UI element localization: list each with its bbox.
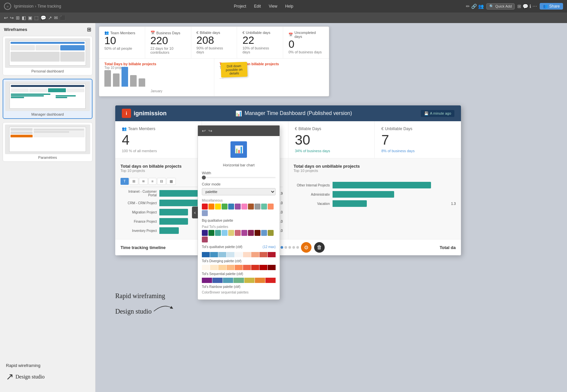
tq-9[interactable] xyxy=(255,230,260,236)
toolbar-frame-icon[interactable]: ▣ xyxy=(28,15,32,20)
redo-icon[interactable]: ↪ xyxy=(10,15,14,20)
ts-9[interactable] xyxy=(268,265,276,270)
tb-grid-btn[interactable]: ⊟ xyxy=(157,178,166,185)
td-1[interactable] xyxy=(202,252,210,257)
tq-7[interactable] xyxy=(241,230,247,236)
toolbar-comment-icon[interactable]: 💬 xyxy=(40,15,46,20)
palette-forward-btn[interactable]: ↪ xyxy=(208,128,212,133)
personal-sections: Total Days by billable projects Top 10 p… xyxy=(99,59,329,96)
swatch-salmon[interactable] xyxy=(268,204,274,210)
menu-edit[interactable]: Edit xyxy=(254,4,261,9)
menu-project[interactable]: Project xyxy=(234,4,246,9)
palette-back-btn[interactable]: ↩ xyxy=(202,128,206,133)
palette-collapse-btn[interactable]: ‹ xyxy=(192,207,198,218)
td-3[interactable] xyxy=(218,252,226,257)
tq-3[interactable] xyxy=(215,230,221,236)
td-8[interactable] xyxy=(259,252,267,257)
mw-stat-label-unbillable2: € Unbillable Days xyxy=(381,126,454,131)
td-6[interactable] xyxy=(243,252,251,257)
tq-6[interactable] xyxy=(235,230,241,236)
tr-6[interactable] xyxy=(255,278,265,283)
td-2[interactable] xyxy=(210,252,218,257)
tr-5[interactable] xyxy=(244,278,255,283)
tr-4[interactable] xyxy=(233,278,244,283)
toolbar-chat-icon[interactable]: ✉ xyxy=(54,15,58,20)
ts-4[interactable] xyxy=(227,265,234,270)
tq-2[interactable] xyxy=(208,230,214,236)
swatch-red[interactable] xyxy=(202,204,208,210)
width-slider-thumb[interactable] xyxy=(202,176,206,180)
drill-note: Drill down possible on details xyxy=(221,62,248,78)
toolbar-layers-icon[interactable]: ◧ xyxy=(22,15,26,20)
tq-11[interactable] xyxy=(268,230,274,236)
width-slider-track[interactable] xyxy=(202,177,276,178)
tq-4[interactable] xyxy=(222,230,228,236)
td-4[interactable] xyxy=(227,252,234,257)
tol-qualitative-label: Tol's qualitative palette (cbf) xyxy=(202,245,242,249)
tq-8[interactable] xyxy=(248,230,254,236)
tb-list-btn[interactable]: ≡ xyxy=(148,178,156,185)
ub-bar-track-1 xyxy=(333,182,456,188)
sidebar-item-manager-dashboard[interactable]: Manager dashboard xyxy=(3,79,93,119)
tq-12[interactable] xyxy=(202,237,208,242)
swatch-yellow[interactable] xyxy=(215,204,221,210)
toolbar-share2-icon[interactable]: ↗ xyxy=(48,15,52,20)
stat-team-members: 👥 Team Members 10 50% of all people xyxy=(99,27,145,58)
tb-table-btn[interactable]: ⊞ xyxy=(129,178,138,185)
share-button[interactable]: 👥 Share xyxy=(540,3,563,10)
ts-6[interactable] xyxy=(243,265,251,270)
app-logo[interactable]: ○ xyxy=(4,3,11,10)
stat-billable-days: € Billable days 208 90% of business days xyxy=(191,27,237,58)
ts-2[interactable] xyxy=(210,265,218,270)
mw-stat-value-unbillable2: 7 xyxy=(381,132,454,148)
tb-text-btn[interactable]: T xyxy=(121,178,129,185)
settings-button[interactable]: ⚙ xyxy=(301,242,311,253)
swatch-green[interactable] xyxy=(222,204,228,210)
delete-button[interactable]: 🗑 xyxy=(314,242,325,253)
tq-10[interactable] xyxy=(261,230,267,236)
ts-1[interactable] xyxy=(202,265,210,270)
swatch-pink[interactable] xyxy=(241,204,247,210)
mw-stat-value-team: 4 xyxy=(122,132,195,148)
colorbrewer-label: ColorBrewer sequential palettes xyxy=(202,291,276,294)
ts-3[interactable] xyxy=(218,265,226,270)
tb-bar-btn[interactable]: ▦ xyxy=(167,178,176,185)
td-5[interactable] xyxy=(235,252,243,257)
swatch-lavender[interactable] xyxy=(202,210,208,216)
swatch-blue[interactable] xyxy=(228,204,234,210)
stat-value-uncompleted: 0 xyxy=(288,39,324,50)
swatch-brown[interactable] xyxy=(248,204,254,210)
tb-wave-btn[interactable]: ≋ xyxy=(139,178,148,185)
width-label: Width xyxy=(202,171,276,175)
toolbar-grid-icon[interactable]: ⊞ xyxy=(16,15,20,20)
stat-sub-uncompleted: 0% of business days xyxy=(288,50,324,54)
swatch-teal[interactable] xyxy=(261,204,267,210)
sidebar-item-parametres[interactable]: Paramètres xyxy=(3,122,93,162)
tq-1[interactable] xyxy=(202,230,208,236)
ts-8[interactable] xyxy=(259,265,267,270)
tr-7[interactable] xyxy=(265,278,276,283)
td-9[interactable] xyxy=(268,252,276,257)
swatch-grey[interactable] xyxy=(255,204,260,210)
sidebar-item-personal-dashboard[interactable]: Personal dashboard xyxy=(3,36,93,75)
sidebar-view-icon[interactable]: ⊞ xyxy=(87,26,91,33)
chart-bar-icon: 📊 xyxy=(235,110,242,117)
undo-icon[interactable]: ↩ xyxy=(4,15,8,20)
tr-3[interactable] xyxy=(223,278,233,283)
swatch-purple[interactable] xyxy=(235,204,241,210)
stat-value-bdays: 220 xyxy=(150,35,186,46)
ub-bar-row-2: Administrativ xyxy=(294,191,456,198)
tq-5[interactable] xyxy=(228,230,234,236)
swatch-orange[interactable] xyxy=(208,204,214,210)
tr-2[interactable] xyxy=(212,278,223,283)
color-mode-select[interactable]: palettte xyxy=(202,188,276,195)
tr-1[interactable] xyxy=(202,278,212,283)
toolbar-more-icon[interactable]: ⬚ xyxy=(34,15,39,20)
quick-add-box[interactable]: 🔍 Quick Add xyxy=(486,3,515,10)
td-7[interactable] xyxy=(251,252,259,257)
menu-view[interactable]: View xyxy=(269,4,277,9)
menu-help[interactable]: Help xyxy=(285,4,293,9)
ts-7[interactable] xyxy=(251,265,259,270)
ts-5[interactable] xyxy=(235,265,243,270)
toolbar-tag-icon[interactable]: ⬛ xyxy=(60,15,66,20)
